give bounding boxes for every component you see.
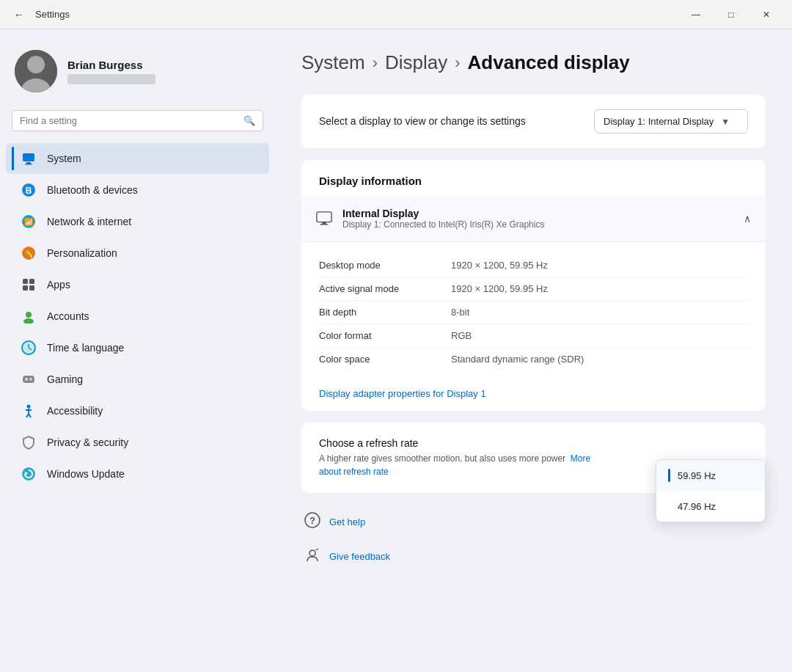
gaming-icon <box>21 371 37 387</box>
user-info: Brian Burgess <box>67 59 155 84</box>
svg-text:B: B <box>26 186 32 196</box>
svg-rect-15 <box>29 285 34 291</box>
breadcrumb-part3: Advanced display <box>468 51 630 74</box>
sidebar-item-label: Windows Update <box>47 468 125 480</box>
display-name: Internal Display <box>342 208 544 219</box>
bluetooth-icon: B <box>21 182 37 198</box>
sidebar-item-label: Privacy & security <box>47 437 128 448</box>
display-sub: Display 1: Connected to Intel(R) Iris(R)… <box>342 219 544 230</box>
sidebar-item-accounts[interactable]: Accounts <box>6 301 269 332</box>
sidebar-item-network[interactable]: 📶 Network & internet <box>6 206 269 237</box>
display-dropdown[interactable]: Display 1: Internal Display ▼ <box>594 109 748 134</box>
svg-rect-33 <box>317 212 331 222</box>
sidebar-item-label: Network & internet <box>47 216 131 227</box>
svg-rect-34 <box>322 222 326 224</box>
sidebar: Brian Burgess 🔍 System B <box>0 29 275 672</box>
display-name-info: Internal Display Display 1: Connected to… <box>342 208 544 230</box>
adapter-properties-link[interactable]: Display adapter properties for Display 1 <box>301 382 766 411</box>
system-icon <box>21 150 37 167</box>
refresh-option-label: 59.95 Hz <box>678 470 716 481</box>
prop-row: Active signal mode 1920 × 1200, 59.95 Hz <box>319 277 748 301</box>
minimize-button[interactable]: — <box>679 0 713 29</box>
refresh-rate-card: Choose a refresh rate A higher rate give… <box>301 423 766 493</box>
sidebar-item-accessibility[interactable]: Accessibility <box>6 395 269 426</box>
svg-point-1 <box>27 56 45 73</box>
svg-point-17 <box>23 318 34 324</box>
prop-label: Color space <box>319 354 451 365</box>
breadcrumb: System › Display › Advanced display <box>301 51 766 74</box>
prop-label: Bit depth <box>319 307 451 318</box>
get-help-label: Get help <box>329 516 365 527</box>
search-input[interactable] <box>20 115 238 126</box>
breadcrumb-sep2: › <box>455 54 460 73</box>
back-button[interactable]: ← <box>9 4 29 25</box>
prop-value: Standard dynamic range (SDR) <box>451 354 584 365</box>
prop-value: 1920 × 1200, 59.95 Hz <box>451 260 548 271</box>
svg-point-16 <box>26 312 32 318</box>
titlebar: ← Settings — □ ✕ <box>0 0 792 29</box>
prop-value: RGB <box>451 330 472 341</box>
give-feedback-link[interactable]: Give feedback <box>301 539 766 574</box>
search-box[interactable]: 🔍 <box>12 110 263 131</box>
display-info-section: Display information Internal Display Dis… <box>301 160 766 411</box>
sidebar-item-label: Accounts <box>47 310 89 322</box>
prop-label: Color format <box>319 330 451 341</box>
svg-rect-5 <box>25 164 32 165</box>
display-info-header: Internal Display Display 1: Connected to… <box>301 196 766 242</box>
sidebar-item-time[interactable]: Time & language <box>6 332 269 363</box>
sidebar-item-label: Bluetooth & devices <box>47 184 138 196</box>
refresh-rate-dropdown[interactable]: 59.95 Hz 47.96 Hz <box>656 459 766 522</box>
sidebar-item-bluetooth[interactable]: B Bluetooth & devices <box>6 175 269 205</box>
privacy-icon <box>21 434 37 450</box>
sidebar-item-gaming[interactable]: Gaming <box>6 364 269 395</box>
svg-text:?: ? <box>309 515 315 526</box>
user-section: Brian Burgess <box>0 41 275 107</box>
sidebar-item-label: Time & language <box>47 342 124 354</box>
refresh-rate-title: Choose a refresh rate <box>319 437 612 449</box>
refresh-rate-sub: A higher rate gives smoother motion, but… <box>319 452 612 478</box>
svg-rect-22 <box>23 376 34 383</box>
collapse-button[interactable]: ∧ <box>744 213 751 224</box>
svg-point-31 <box>22 467 35 481</box>
breadcrumb-part1: System <box>301 51 365 74</box>
svg-rect-4 <box>26 162 31 164</box>
svg-rect-14 <box>23 285 28 291</box>
personalization-icon: ✏️ <box>21 245 37 261</box>
prop-row: Desktop mode 1920 × 1200, 59.95 Hz <box>319 254 748 277</box>
apps-icon <box>21 277 37 293</box>
no-indicator <box>668 500 670 513</box>
display-selector-card: Select a display to view or change its s… <box>301 95 766 148</box>
sidebar-item-label: Personalization <box>47 247 117 259</box>
prop-value: 8-bit <box>451 307 469 318</box>
refresh-rate-content: Choose a refresh rate A higher rate give… <box>301 423 766 493</box>
sidebar-item-label: Accessibility <box>47 405 103 417</box>
maximize-button[interactable]: □ <box>714 0 748 29</box>
sidebar-item-apps[interactable]: Apps <box>6 269 269 300</box>
accounts-icon <box>21 308 37 324</box>
sidebar-item-personalization[interactable]: ✏️ Personalization <box>6 238 269 269</box>
selected-indicator <box>668 469 670 482</box>
svg-line-30 <box>29 414 31 417</box>
refresh-rate-description: A higher rate gives smoother motion, but… <box>319 453 565 464</box>
sidebar-item-system[interactable]: System <box>6 143 269 174</box>
main-content: System › Display › Advanced display Sele… <box>275 29 792 672</box>
search-icon: 🔍 <box>243 115 255 126</box>
svg-point-23 <box>25 378 28 381</box>
sidebar-item-label: Apps <box>47 279 70 291</box>
app-title: Settings <box>35 9 679 20</box>
user-account <box>67 74 155 84</box>
svg-text:✏️: ✏️ <box>24 249 34 258</box>
prop-value: 1920 × 1200, 59.95 Hz <box>451 283 548 294</box>
refresh-option-1[interactable]: 47.96 Hz <box>656 491 765 522</box>
close-button[interactable]: ✕ <box>749 0 783 29</box>
update-icon <box>21 466 37 482</box>
sidebar-item-privacy[interactable]: Privacy & security <box>6 427 269 458</box>
svg-line-39 <box>315 549 318 550</box>
display-selector-label: Select a display to view or change its s… <box>319 114 526 129</box>
refresh-option-0[interactable]: 59.95 Hz <box>656 460 765 491</box>
sidebar-item-update[interactable]: Windows Update <box>6 459 269 489</box>
display-selector-row: Select a display to view or change its s… <box>301 95 766 148</box>
svg-point-26 <box>27 405 31 409</box>
refresh-option-label: 47.96 Hz <box>678 501 716 512</box>
avatar[interactable] <box>15 50 57 92</box>
